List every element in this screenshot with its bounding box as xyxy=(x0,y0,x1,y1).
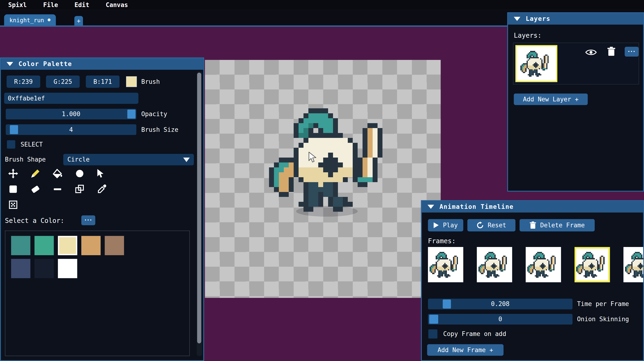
collapse-triangle-icon xyxy=(428,205,434,209)
opacity-value: 1.000 xyxy=(6,109,136,119)
frame-thumbnail-4[interactable] xyxy=(575,247,610,282)
square-icon xyxy=(8,184,18,194)
color-swatch-7[interactable] xyxy=(58,259,77,278)
frame-sprite-preview xyxy=(430,252,462,277)
brush-tool-button[interactable] xyxy=(27,167,44,180)
duplicate-tool-button[interactable] xyxy=(72,183,88,195)
line-tool-button[interactable] xyxy=(49,183,66,195)
tab-knight-run[interactable]: knight_run xyxy=(4,14,56,25)
fill-tool-button[interactable] xyxy=(49,167,66,180)
frame-sprite-preview xyxy=(576,252,608,277)
color-swatch-6[interactable] xyxy=(34,259,54,278)
hex-color-field[interactable]: 0xffabe1ef xyxy=(4,93,138,104)
dither-tool-button[interactable] xyxy=(5,199,21,211)
palette-more-button[interactable]: ••• xyxy=(81,215,96,225)
chevron-down-icon xyxy=(183,158,190,162)
onion-skinning-slider[interactable]: 0 xyxy=(428,314,572,325)
fill-bucket-icon xyxy=(52,168,63,179)
brush-size-slider[interactable]: 4 xyxy=(6,124,136,135)
square-tool-button[interactable] xyxy=(5,183,21,195)
play-icon xyxy=(434,222,440,229)
eyedropper-icon xyxy=(97,184,107,194)
new-tab-button[interactable]: + xyxy=(74,16,83,25)
green-value-button[interactable]: G:225 xyxy=(46,75,80,88)
layer-thumbnail[interactable] xyxy=(515,45,557,82)
eraser-tool-button[interactable] xyxy=(27,183,44,195)
color-swatch-5[interactable] xyxy=(11,259,30,278)
frame-sprite-preview xyxy=(527,252,560,277)
eyedropper-tool-button[interactable] xyxy=(94,183,110,195)
select-checkbox[interactable] xyxy=(6,140,16,149)
onion-skinning-value: 0 xyxy=(428,314,572,325)
timeline-header[interactable]: Animation Timeline xyxy=(422,201,643,213)
opacity-label: Opacity xyxy=(141,109,167,119)
color-swatch-1[interactable] xyxy=(34,236,54,255)
brush-size-label: Brush Size xyxy=(141,124,178,135)
color-swatch-3[interactable] xyxy=(81,236,100,255)
frame-thumbnail-5[interactable] xyxy=(624,247,644,282)
opacity-slider[interactable]: 1.000 xyxy=(6,109,136,119)
trash-icon xyxy=(530,221,537,229)
frame-thumbnail-1[interactable] xyxy=(428,247,463,282)
delete-frame-button[interactable]: Delete Frame xyxy=(520,219,595,232)
tab-label: knight_run xyxy=(9,17,44,23)
circle-icon xyxy=(75,169,84,178)
eraser-icon xyxy=(30,184,41,194)
palette-scrollbar[interactable] xyxy=(196,71,202,356)
time-per-frame-slider[interactable]: 0.208 xyxy=(428,299,572,310)
menu-file[interactable]: File xyxy=(43,1,58,9)
delete-frame-label: Delete Frame xyxy=(540,221,585,229)
mouse-cursor xyxy=(308,152,317,163)
layer-visibility-button[interactable] xyxy=(584,47,598,57)
select-tool-button[interactable] xyxy=(92,167,108,180)
brush-shape-label: Brush Shape xyxy=(5,154,46,165)
color-swatch-2[interactable] xyxy=(58,236,77,255)
color-swatch-4[interactable] xyxy=(105,236,124,255)
move-tool-button[interactable] xyxy=(5,167,21,180)
frame-thumbnail-2[interactable] xyxy=(477,247,512,282)
knight-sprite xyxy=(269,108,397,212)
reset-icon xyxy=(477,221,484,229)
brush-icon xyxy=(30,168,41,179)
add-new-frame-button[interactable]: Add New Frame + xyxy=(427,344,504,356)
select-a-color-label: Select a Color: xyxy=(5,215,64,226)
eye-icon xyxy=(585,48,597,56)
cursor-icon xyxy=(96,169,104,178)
color-swatch-0[interactable] xyxy=(11,236,30,255)
copy-frame-label: Copy Frame on add xyxy=(443,329,506,339)
move-icon xyxy=(8,168,18,179)
color-palette-header[interactable]: Color Palette xyxy=(1,58,204,70)
trash-icon xyxy=(607,46,616,57)
menu-edit[interactable]: Edit xyxy=(74,1,89,9)
layers-title: Layers xyxy=(526,15,550,23)
brush-color-swatch[interactable] xyxy=(126,76,137,87)
blue-value-button[interactable]: B:171 xyxy=(86,75,120,88)
brush-shape-value: Circle xyxy=(67,156,90,163)
layer-delete-button[interactable] xyxy=(606,46,616,57)
reset-button[interactable]: Reset xyxy=(467,219,515,232)
layers-header[interactable]: Layers xyxy=(508,13,643,24)
collapse-triangle-icon xyxy=(6,62,13,66)
pixel-canvas[interactable] xyxy=(205,60,440,298)
menu-canvas[interactable]: Canvas xyxy=(106,1,128,9)
play-label: Play xyxy=(443,221,458,229)
duplicate-icon xyxy=(75,184,84,194)
animation-timeline-panel: Animation Timeline Play Reset Delete Fra… xyxy=(421,200,644,361)
menu-bar: Spixl File Edit Canvas xyxy=(0,0,644,10)
brush-shape-dropdown[interactable]: Circle xyxy=(63,154,194,165)
frame-thumbnail-3[interactable] xyxy=(526,247,561,282)
onion-skinning-label: Onion Skinning xyxy=(577,314,629,325)
line-icon xyxy=(52,184,62,194)
red-value-button[interactable]: R:239 xyxy=(6,75,40,88)
palette-scrollbar-thumb[interactable] xyxy=(197,72,201,344)
menu-spixl[interactable]: Spixl xyxy=(8,1,27,9)
color-swatch-grid xyxy=(5,231,190,356)
select-label: SELECT xyxy=(20,140,43,149)
layer-more-button[interactable]: ••• xyxy=(625,47,639,57)
add-new-layer-button[interactable]: Add New Layer + xyxy=(514,94,588,105)
copy-frame-checkbox[interactable] xyxy=(428,329,438,339)
play-button[interactable]: Play xyxy=(428,219,463,232)
layers-panel: Layers Layers: ••• Add New Layer + xyxy=(507,12,644,192)
timeline-title: Animation Timeline xyxy=(440,203,514,210)
circle-tool-button[interactable] xyxy=(72,167,88,180)
